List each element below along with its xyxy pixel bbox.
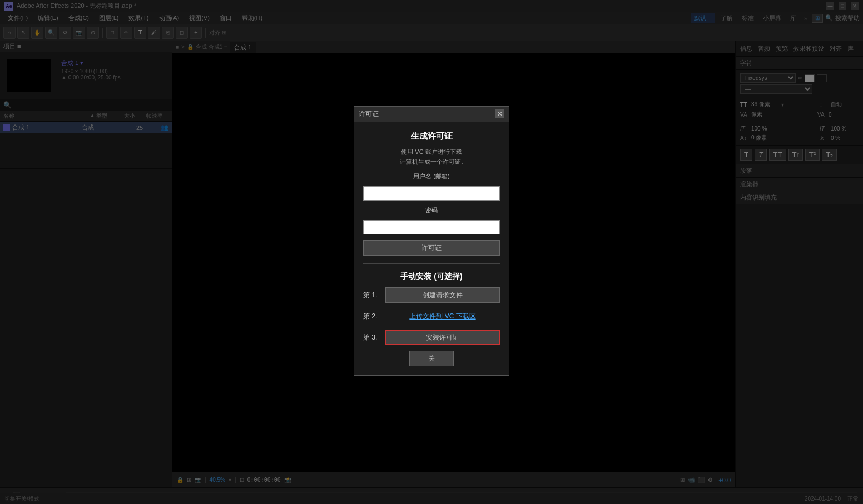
license-dialog: 许可证 ✕ 生成许可证 使用 VC 账户进行下载 计算机生成一个许可证. 用户名… bbox=[354, 106, 509, 376]
username-label: 用户名 (邮箱) bbox=[363, 172, 500, 181]
manual-step1-row: 第 1. 创建请求文件 bbox=[363, 287, 500, 303]
username-input[interactable] bbox=[363, 186, 500, 201]
dialog-close-btn[interactable]: 关 bbox=[409, 351, 454, 366]
dialog-body: 生成许可证 使用 VC 账户进行下载 计算机生成一个许可证. 用户名 (邮箱) … bbox=[354, 122, 509, 375]
modal-overlay: 许可证 ✕ 生成许可证 使用 VC 账户进行下载 计算机生成一个许可证. 用户名… bbox=[0, 0, 863, 504]
dialog-title: 许可证 bbox=[359, 109, 495, 119]
password-label: 密码 bbox=[363, 206, 500, 214]
dialog-main-title: 生成许可证 bbox=[411, 131, 453, 142]
manual-install-title: 手动安装 (可选择) bbox=[363, 272, 500, 282]
step2-label: 第 2. bbox=[363, 312, 381, 321]
upload-file-link[interactable]: 上传文件到 VC 下载区 bbox=[385, 308, 500, 324]
manual-step2-row: 第 2. 上传文件到 VC 下载区 bbox=[363, 308, 500, 324]
license-button[interactable]: 许可证 bbox=[363, 240, 500, 256]
manual-step3-row: 第 3. 安装许可证 bbox=[363, 330, 500, 345]
dialog-close-button[interactable]: ✕ bbox=[495, 109, 504, 118]
dialog-subtitle: 使用 VC 账户进行下载 计算机生成一个许可证. bbox=[400, 147, 463, 167]
step1-label: 第 1. bbox=[363, 291, 381, 300]
password-input[interactable] bbox=[363, 220, 500, 234]
dialog-title-bar: 许可证 ✕ bbox=[354, 107, 509, 122]
step3-label: 第 3. bbox=[363, 333, 381, 342]
install-license-button[interactable]: 安装许可证 bbox=[385, 330, 500, 345]
create-request-button[interactable]: 创建请求文件 bbox=[385, 287, 500, 303]
dialog-divider bbox=[363, 263, 500, 264]
